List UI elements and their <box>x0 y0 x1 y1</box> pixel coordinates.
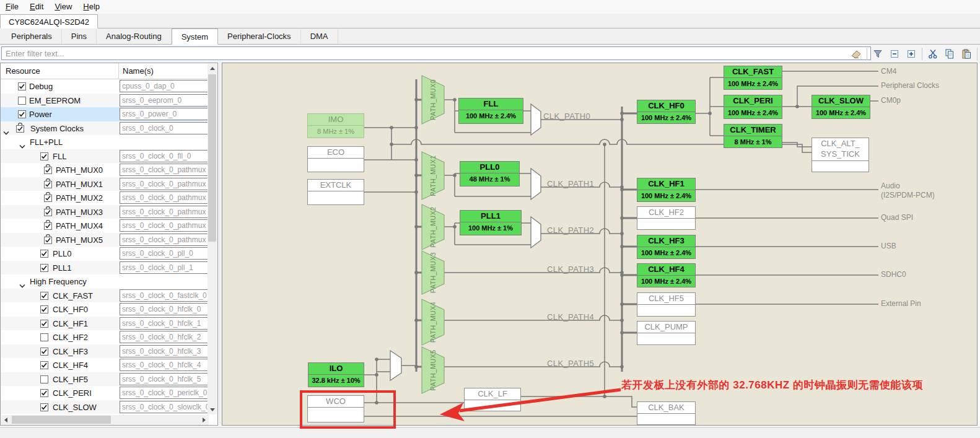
pll1-checkbox[interactable] <box>40 263 49 273</box>
resource-name-input[interactable]: srss_0_clock_0_hfclk_4 <box>120 359 209 371</box>
resource-name-input[interactable]: srss_0_clock_0_pathmux <box>120 219 209 232</box>
tab-system[interactable]: System <box>172 28 218 45</box>
block-pll0[interactable]: PLL048 MHz ± 1% <box>460 161 520 186</box>
resource-name-input[interactable]: srss_0_clock_0_fastclk_0 <box>120 289 209 302</box>
tab-analog-routing[interactable]: Analog-Routing <box>97 29 172 44</box>
scroll-thumb[interactable] <box>12 416 111 424</box>
block-clk-lf[interactable]: CLK_LF <box>464 388 521 411</box>
clk-peri-checkbox[interactable] <box>40 388 49 398</box>
document-tab-active[interactable]: CY8C624ALQI-S2D42 <box>0 14 98 28</box>
path-mux2-locked-checkbox-icon[interactable] <box>44 192 53 202</box>
scroll-right-button[interactable] <box>199 415 209 424</box>
resource-name-input[interactable]: srss_0_clock_0_pll_1 <box>120 261 209 274</box>
path-mux4-locked-checkbox-icon[interactable] <box>44 220 53 230</box>
tree-vertical-scrollbar[interactable] <box>208 64 217 414</box>
expander-chevron-icon[interactable] <box>19 140 25 144</box>
block-clk-alt-sys-tick[interactable]: CLK_ALT_ SYS_TICK <box>812 138 869 172</box>
scroll-up-button[interactable] <box>208 64 217 73</box>
debug-checkbox[interactable] <box>18 82 27 92</box>
tree-row-clk-hf5[interactable]: CLK_HF5srss_0_clock_0_hfclk_5 <box>1 372 208 387</box>
path-mux3-locked-checkbox-icon[interactable] <box>44 206 53 216</box>
block-clk-hf5[interactable]: CLK_HF5 <box>637 292 696 317</box>
clk-slow-checkbox[interactable] <box>40 403 49 413</box>
tree-row-pll0[interactable]: PLL0srss_0_clock_0_pll_0 <box>1 247 208 261</box>
resource-name-input[interactable]: srss_0_clock_0_hfclk_3 <box>120 345 209 357</box>
system-clocks-locked-checkbox-icon[interactable] <box>16 123 25 133</box>
expand-all-icon[interactable] <box>905 48 917 59</box>
resource-name-input[interactable]: srss_0_clock_0_pathmux <box>120 206 209 218</box>
resource-name-input[interactable]: srss_0_clock_0_hfclk_5 <box>120 373 209 385</box>
resource-name-input[interactable]: srss_0_clock_0_fll_0 <box>120 150 209 162</box>
resource-name-input[interactable]: srss_0_clock_0 <box>120 122 209 134</box>
resource-name-input[interactable]: srss_0_clock_0_pathmux <box>120 234 209 246</box>
tree-row-power[interactable]: Powersrss_0_power_0 <box>1 107 208 121</box>
tree-row-path-mux0[interactable]: PATH_MUX0srss_0_clock_0_pathmux <box>1 163 208 177</box>
block-ilo[interactable]: ILO32.8 kHz ± 10% <box>308 362 364 387</box>
tree-row-clk-slow[interactable]: CLK_SLOWsrss_0_clock_0_slowclk_0 <box>1 400 208 414</box>
clk-hf3-checkbox[interactable] <box>40 347 49 357</box>
resource-name-input[interactable]: srss_0_clock_0_pll_0 <box>120 247 209 260</box>
tree-row-debug[interactable]: Debugcpuss_0_dap_0 <box>1 79 208 94</box>
block-clk-fast[interactable]: CLK_FAST100 MHz ± 2.4% <box>724 66 782 90</box>
tree-row-clk-hf2[interactable]: CLK_HF2srss_0_clock_0_hfclk_2 <box>1 330 208 344</box>
menu-item-edit[interactable]: Edit <box>24 0 49 14</box>
power-checkbox[interactable] <box>18 110 27 120</box>
tree-row-path-mux5[interactable]: PATH_MUX5srss_0_clock_0_pathmux <box>1 233 208 247</box>
tree-row-clk-hf1[interactable]: CLK_HF1srss_0_clock_0_hfclk_1 <box>1 317 208 331</box>
resource-name-input[interactable]: srss_0_clock_0_slowclk_0 <box>120 401 209 413</box>
clk-hf1-checkbox[interactable] <box>40 319 49 329</box>
tree-row-path-mux3[interactable]: PATH_MUX3srss_0_clock_0_pathmux <box>1 205 208 219</box>
tree-horizontal-scrollbar[interactable] <box>1 415 209 425</box>
tree-row-pll1[interactable]: PLL1srss_0_clock_0_pll_1 <box>1 261 208 275</box>
tree-row-high-frequency[interactable]: High Frequency <box>1 274 208 289</box>
menu-item-file[interactable]: File <box>0 0 24 14</box>
tree-row-clk-hf4[interactable]: CLK_HF4srss_0_clock_0_hfclk_4 <box>1 358 208 372</box>
block-clk-timer[interactable]: CLK_TIMER8 MHz ± 1% <box>724 124 782 148</box>
block-clk-hf2[interactable]: CLK_HF2 <box>637 206 696 230</box>
tab-dma[interactable]: DMA <box>301 29 338 44</box>
column-header-resource[interactable]: Resource <box>6 66 40 76</box>
tree-row-clk-peri[interactable]: CLK_PERIsrss_0_clock_0_periclk_0 <box>1 386 208 400</box>
tree-row-fll-pll[interactable]: FLL+PLL <box>1 135 208 149</box>
block-clk-bak[interactable]: CLK_BAK <box>637 401 696 425</box>
tree-row-clk-fast[interactable]: CLK_FASTsrss_0_clock_0_fastclk_0 <box>1 289 208 303</box>
tab-peripherals[interactable]: Peripherals <box>2 29 62 44</box>
paste-icon[interactable] <box>960 48 973 59</box>
resource-name-input[interactable]: srss_0_clock_0_hfclk_0 <box>120 303 209 315</box>
path-mux1-locked-checkbox-icon[interactable] <box>44 178 53 188</box>
filter-input[interactable] <box>1 46 871 60</box>
resource-name-input[interactable]: srss_0_power_0 <box>120 108 209 120</box>
path-mux5-locked-checkbox-icon[interactable] <box>44 234 53 244</box>
resource-name-input[interactable]: srss_0_clock_0_periclk_0 <box>120 387 209 399</box>
resource-name-input[interactable]: cpuss_0_dap_0 <box>120 80 209 92</box>
tab-peripheral-clocks[interactable]: Peripheral-Clocks <box>218 29 301 44</box>
block-wco[interactable]: WCO <box>307 395 364 423</box>
path-mux0-locked-checkbox-icon[interactable] <box>44 164 53 174</box>
block-clk-pump[interactable]: CLK_PUMP <box>637 321 696 345</box>
resource-name-input[interactable]: srss_0_clock_0_pathmux <box>120 191 209 204</box>
tree-row-em-eeprom[interactable]: EM_EEPROMsrss_0_eeprom_0 <box>1 94 208 108</box>
block-extclk[interactable]: EXTCLK <box>307 179 364 205</box>
filter-funnel-icon[interactable] <box>872 48 884 59</box>
fll-checkbox[interactable] <box>40 152 49 162</box>
block-pll1[interactable]: PLL1100 MHz ± 1% <box>460 210 522 235</box>
tree-row-fll[interactable]: FLLsrss_0_clock_0_fll_0 <box>1 149 208 164</box>
resource-name-input[interactable]: srss_0_clock_0_hfclk_2 <box>120 331 209 343</box>
block-clk-slow[interactable]: CLK_SLOW100 MHz ± 2.4% <box>812 95 870 119</box>
clk-hf0-checkbox[interactable] <box>40 305 49 315</box>
clk-hf2-checkbox[interactable] <box>40 333 49 343</box>
menu-item-view[interactable]: View <box>49 0 77 14</box>
eraser-clear-filter-icon[interactable] <box>850 48 862 59</box>
tab-pins[interactable]: Pins <box>62 29 97 44</box>
cut-scissors-icon[interactable] <box>927 48 939 59</box>
tree-row-clk-hf3[interactable]: CLK_HF3srss_0_clock_0_hfclk_3 <box>1 344 208 359</box>
block-clk-hf3[interactable]: CLK_HF3100 MHz ± 2.4% <box>637 235 696 259</box>
clk-fast-checkbox[interactable] <box>40 291 49 301</box>
menu-item-help[interactable]: Help <box>77 0 105 14</box>
scroll-down-button[interactable] <box>208 405 217 414</box>
clk-hf4-checkbox[interactable] <box>40 361 49 370</box>
block-clk-hf4[interactable]: CLK_HF4100 MHz ± 2.4% <box>637 263 696 287</box>
block-imo[interactable]: IMO8 MHz ± 1% <box>307 113 364 138</box>
resource-name-input[interactable]: srss_0_clock_0_pathmux <box>120 178 209 190</box>
expander-chevron-icon[interactable] <box>3 126 9 131</box>
